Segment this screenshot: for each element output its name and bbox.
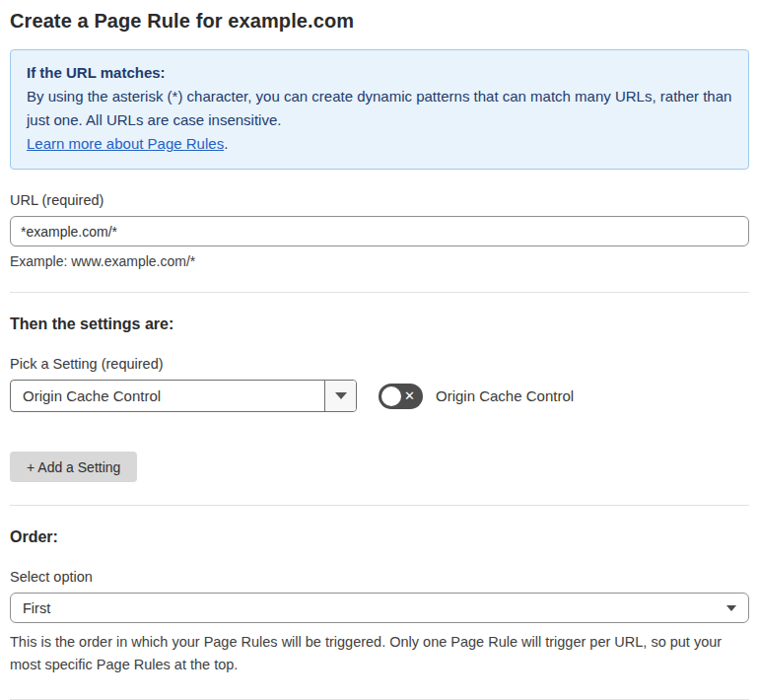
order-help-text: This is the order in which your Page Rul… (10, 631, 749, 676)
toggle-off-x-icon: ✕ (404, 384, 415, 409)
toggle-setting-label: Origin Cache Control (436, 387, 574, 404)
url-example-text: Example: www.example.com/* (10, 253, 749, 269)
setting-select-arrow-button[interactable] (324, 381, 356, 411)
divider (10, 505, 749, 506)
link-suffix: . (224, 135, 228, 152)
info-banner-heading: If the URL matches: (27, 61, 732, 85)
chevron-down-icon (726, 605, 736, 611)
url-field-label: URL (required) (10, 192, 749, 208)
origin-cache-control-toggle[interactable]: ✕ (379, 384, 423, 409)
settings-section-heading: Then the settings are: (10, 315, 749, 333)
info-banner-body: By using the asterisk (*) character, you… (27, 85, 732, 132)
info-banner-link-row: Learn more about Page Rules. (27, 132, 732, 156)
order-select[interactable]: First (10, 593, 749, 623)
chevron-down-icon (335, 392, 347, 399)
create-page-rule-form: Create a Page Rule for example.com If th… (0, 0, 759, 700)
pick-setting-label: Pick a Setting (required) (10, 356, 749, 372)
setting-select-value: Origin Cache Control (11, 381, 324, 411)
url-input[interactable] (10, 216, 749, 246)
url-match-info-banner: If the URL matches: By using the asteris… (10, 49, 749, 170)
setting-row: Origin Cache Control ✕ Origin Cache Cont… (10, 380, 749, 412)
learn-more-link[interactable]: Learn more about Page Rules (27, 135, 224, 152)
page-title: Create a Page Rule for example.com (10, 10, 749, 33)
order-select-value: First (23, 600, 726, 616)
setting-select[interactable]: Origin Cache Control (10, 380, 357, 412)
order-section-heading: Order: (10, 528, 749, 546)
order-select-label: Select option (10, 569, 749, 585)
toggle-knob (381, 386, 401, 406)
divider (10, 292, 749, 293)
add-setting-button[interactable]: + Add a Setting (10, 452, 137, 482)
